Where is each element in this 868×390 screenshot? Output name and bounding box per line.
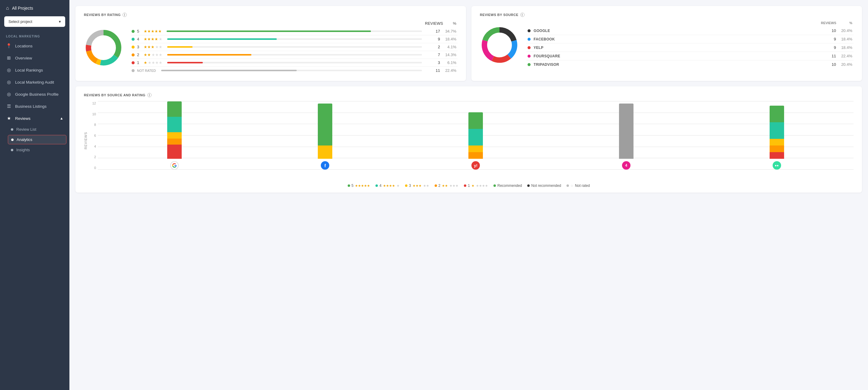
reviews-by-source-info-icon[interactable]: i bbox=[520, 13, 525, 17]
tripadvisor-dot bbox=[528, 63, 531, 66]
rating-row-3: 3 ★★★★★ 2 4.1% bbox=[130, 43, 458, 51]
y-axis-label: REVIEWS bbox=[84, 132, 88, 149]
reviews-by-source-title: REVIEWS BY SOURCE i bbox=[480, 13, 854, 17]
home-icon: ⌂ bbox=[6, 5, 9, 11]
y-axis-ticks: 0 2 4 6 8 10 12 bbox=[90, 101, 96, 180]
reviews-submenu: Review List Analytics Insights bbox=[0, 124, 69, 155]
source-layout: REVIEWS % GOOGLE 10 20.4% FACEBOOK 9 bbox=[480, 21, 854, 68]
rating-row-4: 4 ★★★★★ 9 18.4% bbox=[130, 35, 458, 43]
rating-1-stars: ★★★★★ bbox=[144, 60, 162, 65]
source-row-tripadvisor: TRIPADVISOR 10 20.4% bbox=[526, 60, 854, 68]
review-list-label: Review List bbox=[16, 127, 36, 131]
reviews-chevron-icon: ▲ bbox=[60, 116, 63, 120]
rating-2-stars: ★★★★★ bbox=[144, 53, 162, 57]
rating-row-2: 2 ★★★★★ 7 14.3% bbox=[130, 51, 458, 59]
rating-row-not-rated: NOT RATED 11 22.4% bbox=[130, 67, 458, 74]
facebook-stacked-bar bbox=[318, 103, 332, 159]
sidebar-item-google-business-profile[interactable]: ◎ Google Business Profile bbox=[0, 88, 69, 100]
chart-legend: 5 ★★★★★ 4 ★★★★★ 3 ★★★★★ 2 ★★★★★ 1 ★★ bbox=[84, 183, 854, 188]
svg-point-12 bbox=[488, 33, 511, 56]
bar-yelp: y! bbox=[405, 101, 547, 170]
yelp-3star-segment bbox=[468, 146, 483, 152]
yelp-5star-segment bbox=[468, 112, 483, 129]
rating-2-dot bbox=[132, 54, 134, 56]
rating-donut-chart bbox=[84, 28, 123, 67]
sidebar-item-locations[interactable]: 📍 Locations bbox=[0, 40, 69, 52]
legend-not-rated-dot bbox=[566, 184, 569, 187]
top-cards-row: REVIEWS BY RATING i bbox=[69, 0, 868, 81]
reviews-label: Reviews bbox=[15, 116, 30, 121]
google-stacked-bar bbox=[167, 101, 182, 159]
yelp-dot bbox=[528, 46, 531, 49]
rating-table: REVIEWS % 5 ★★★★★ 17 34.7% bbox=[130, 21, 458, 74]
rating-col-reviews-header: REVIEWS bbox=[425, 21, 440, 26]
sidebar-item-business-listings[interactable]: ☰ Business Listings bbox=[0, 100, 69, 112]
sidebar-subitem-review-list[interactable]: Review List bbox=[0, 124, 69, 134]
rating-5-stars: ★★★★★ bbox=[144, 29, 162, 33]
local-rankings-icon: ◎ bbox=[6, 67, 11, 73]
tripadvisor-stacked-bar bbox=[770, 106, 784, 159]
svg-point-6 bbox=[92, 36, 115, 59]
reviews-by-source-card: REVIEWS BY SOURCE i bbox=[471, 6, 862, 81]
legend-3star-label: 3 bbox=[409, 183, 411, 188]
reviews-by-source-rating-title: REVIEWS BY SOURCE AND RATING i bbox=[84, 93, 854, 97]
project-select[interactable]: Select project ▾ bbox=[4, 16, 65, 27]
legend-recommended-label: Recommended bbox=[497, 183, 522, 188]
legend-2star-label: 2 bbox=[438, 183, 441, 188]
bar-google bbox=[104, 101, 245, 170]
sidebar-item-overview[interactable]: ⊞ Overview bbox=[0, 52, 69, 64]
tripadvisor-4star-segment bbox=[770, 122, 784, 139]
review-list-dot bbox=[11, 128, 13, 131]
source-col-reviews-header: REVIEWS bbox=[821, 21, 836, 25]
legend-5star: 5 ★★★★★ bbox=[348, 183, 370, 188]
sidebar: ⌂ All Projects Select project ▾ LOCAL MA… bbox=[0, 0, 69, 390]
source-donut-chart bbox=[480, 25, 519, 65]
source-row-google: GOOGLE 10 20.4% bbox=[526, 27, 854, 35]
rating-3-stars: ★★★★★ bbox=[144, 45, 162, 49]
sidebar-item-local-rankings[interactable]: ◎ Local Rankings bbox=[0, 64, 69, 76]
source-table: REVIEWS % GOOGLE 10 20.4% FACEBOOK 9 bbox=[526, 21, 854, 68]
rating-layout: REVIEWS % 5 ★★★★★ 17 34.7% bbox=[84, 21, 458, 74]
sidebar-item-reviews[interactable]: ★ Reviews ▲ bbox=[0, 112, 69, 124]
google-business-profile-icon: ◎ bbox=[6, 91, 11, 97]
all-projects-link[interactable]: ⌂ All Projects bbox=[0, 0, 69, 16]
yelp-stacked-bar bbox=[468, 112, 483, 159]
legend-2star: 2 ★★★★★ bbox=[435, 183, 459, 188]
yelp-4star-segment bbox=[468, 129, 483, 146]
sidebar-item-local-marketing-audit[interactable]: ◎ Local Marketing Audit bbox=[0, 76, 69, 88]
legend-not-recommended-dot bbox=[527, 184, 530, 187]
sidebar-subitem-analytics[interactable]: Analytics bbox=[8, 135, 66, 144]
rating-donut-svg bbox=[84, 28, 123, 67]
bar-foursquare: 4 bbox=[555, 101, 697, 170]
foursquare-bar-label: 4 bbox=[622, 161, 630, 170]
reviews-by-rating-info-icon[interactable]: i bbox=[123, 13, 127, 17]
google-bar-label bbox=[170, 161, 179, 170]
locations-label: Locations bbox=[15, 44, 33, 48]
rating-row-5: 5 ★★★★★ 17 34.7% bbox=[130, 27, 458, 35]
business-listings-icon: ☰ bbox=[6, 103, 11, 109]
insights-label: Insights bbox=[16, 148, 30, 152]
reviews-by-rating-title: REVIEWS BY RATING i bbox=[84, 13, 458, 17]
legend-not-recommended: Not recommended bbox=[527, 183, 561, 188]
legend-4star: 4 ★★★★★ bbox=[375, 183, 400, 188]
sidebar-subitem-insights[interactable]: Insights bbox=[0, 145, 69, 155]
legend-1star-dot bbox=[464, 184, 466, 187]
rating-5-dot bbox=[132, 30, 134, 33]
rating-3-dot bbox=[132, 46, 134, 49]
google-icon bbox=[172, 163, 177, 168]
rating-1-dot bbox=[132, 61, 134, 64]
google-bar-icon bbox=[170, 161, 179, 170]
reviews-by-source-rating-info-icon[interactable]: i bbox=[147, 93, 152, 97]
rating-row-1: 1 ★★★★★ 3 6.1% bbox=[130, 59, 458, 67]
reviews-by-rating-card: REVIEWS BY RATING i bbox=[75, 6, 466, 81]
google-3star-segment bbox=[167, 132, 182, 138]
legend-3star-dot bbox=[405, 184, 407, 187]
rating-4-dot bbox=[132, 38, 134, 41]
rating-col-pct-header: % bbox=[440, 21, 456, 26]
yelp-bar-label: y! bbox=[471, 161, 480, 170]
chart-area: f y! bbox=[98, 101, 854, 180]
rating-4-stars: ★★★★★ bbox=[144, 37, 162, 41]
all-projects-label: All Projects bbox=[12, 6, 33, 10]
facebook-2star-segment bbox=[318, 146, 332, 159]
source-donut-svg bbox=[480, 25, 519, 65]
